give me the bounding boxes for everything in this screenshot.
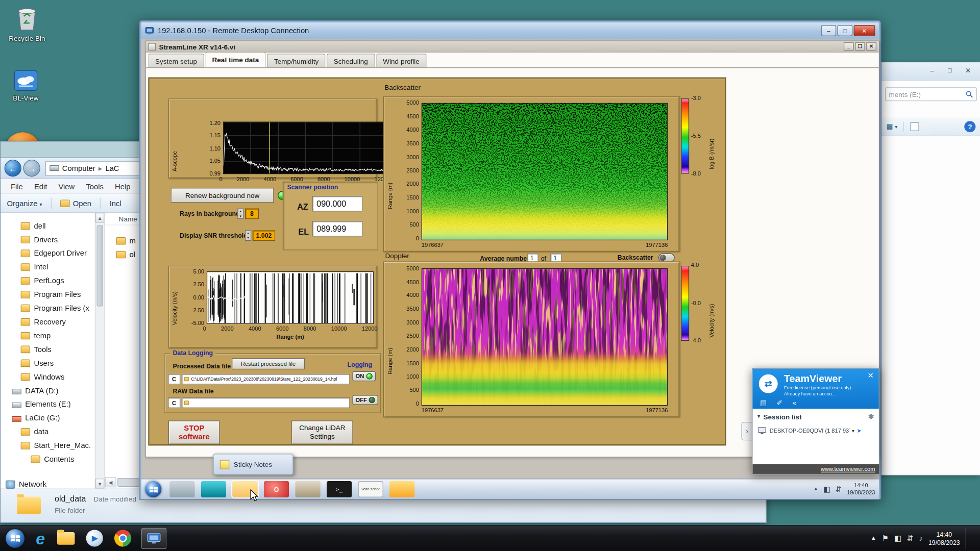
rays-value-field[interactable]: 8 [245,209,259,219]
tab[interactable]: Real time data [205,52,266,68]
close-icon[interactable]: ✕ [866,42,876,51]
snr-value-field[interactable]: 1.002 [253,230,275,241]
tree-item[interactable]: dell [1,219,95,233]
start-button[interactable] [6,528,24,549]
taskbar-clock[interactable]: 14:40 19/08/2023 [928,530,960,546]
taskbar-media-player-icon[interactable]: ▶ [86,528,103,549]
tree-item[interactable]: Start_Here_Mac. [1,439,95,453]
scrollbar-thumb[interactable] [97,226,103,307]
remote-app-icon[interactable] [201,481,226,497]
remote-app-icon[interactable]: Scan sched [358,481,383,497]
breadcrumb-root[interactable]: Computer [62,164,95,172]
tree-item[interactable]: data [1,425,95,439]
renew-background-button[interactable]: Renew background now [171,188,274,203]
remote-app-icon[interactable]: >_ [327,481,352,497]
tree-item[interactable]: Users [1,356,95,370]
tree-item[interactable]: Intel [1,260,95,274]
taskbar-rdp-button[interactable] [141,528,166,549]
tray-volume-icon[interactable]: ♪ [919,535,923,542]
processed-logging-toggle[interactable]: ON [352,371,375,382]
remote-app-icon[interactable] [389,481,414,497]
teamviewer-website-link[interactable]: www.teamviewer.com [821,466,875,472]
menu-item[interactable]: Help [110,180,135,192]
menu-item[interactable]: Tools [81,180,109,192]
tree-item[interactable]: temp [1,329,95,343]
minimize-icon[interactable]: – [925,67,940,77]
close-icon[interactable]: ✕ [960,67,976,77]
tree-item[interactable]: Elements (E:) [1,397,95,411]
rdp-titlebar[interactable]: 192.168.0.150 - Remote Desktop Connectio… [141,22,879,39]
tree-item[interactable]: Recovery [1,315,95,329]
remote-start-button[interactable] [145,481,161,497]
scroll-left-icon[interactable]: ◀ [105,478,116,488]
back-button[interactable]: ← [5,160,21,177]
processed-path-field[interactable]: C:\LiDAR\Data\Proc\2023_202308\20230819\… [182,374,350,385]
chat-icon[interactable]: ▤ [760,399,767,407]
tray-flag-icon[interactable]: ⚑ [882,535,889,542]
include-button[interactable]: Incl [110,199,121,208]
sticky-notes-window[interactable]: Sticky Notes [213,454,293,475]
gear-icon[interactable]: ✱ [868,412,874,420]
tree-scrollbar[interactable]: ▲ ▼ [95,213,105,489]
scroll-up-icon[interactable]: ▲ [95,213,104,223]
tree-item[interactable]: DATA (D:) [1,384,95,397]
change-lidar-settings-button[interactable]: Change LiDAR Settings [291,420,353,444]
desktop-icon-bl-view[interactable]: BL-View [3,70,49,102]
tab[interactable]: Temp/humidity [267,54,325,67]
processed-drive-select[interactable]: C [168,374,181,385]
stop-software-button[interactable]: STOP software [168,420,220,444]
raw-logging-toggle[interactable]: OFF [352,395,378,405]
remote-app-icon[interactable]: O [264,481,289,497]
tree-item[interactable]: Program Files (x [1,302,95,315]
tab[interactable]: Scheduling [327,54,375,67]
menu-item[interactable]: File [6,180,28,192]
taskbar-chrome-icon[interactable] [115,528,132,549]
organize-menu[interactable]: Organize ▾ [7,199,42,208]
forward-button[interactable]: → [23,160,40,177]
views-button[interactable]: ▦ ▾ [887,122,898,131]
help-icon[interactable]: ? [964,121,975,132]
minimize-icon[interactable]: _ [844,42,854,51]
breadcrumb-drive[interactable]: LaC [105,164,119,172]
tree-item[interactable]: Edgeport Driver [1,246,95,260]
tree-item[interactable]: Windows [1,370,95,384]
collapse-icon[interactable]: « [793,399,797,407]
tray-display-icon[interactable]: ◧ [894,535,901,542]
connect-cursor-icon[interactable]: ➤ [857,428,862,434]
backscatter-toggle[interactable] [658,254,675,262]
restart-processed-button[interactable]: Restart processed file [232,358,305,369]
remote-app-icon[interactable] [169,481,194,497]
restore-icon[interactable]: ❐ [855,42,865,51]
raw-drive-select[interactable]: C [168,397,181,408]
open-button[interactable]: Open [60,199,91,208]
show-desktop-button[interactable] [966,528,971,549]
session-list-row[interactable]: ▾ Session list ✱ [757,412,874,420]
close-icon[interactable]: ✕ [868,371,874,380]
tree-item[interactable]: Network [1,478,95,489]
az-field[interactable]: 090.000 [312,196,362,212]
tools-icon[interactable]: ✐ [777,399,782,407]
tree-item[interactable]: Program Files [1,288,95,302]
remote-app-icon[interactable] [295,481,320,497]
preview-pane-icon[interactable] [911,122,919,131]
chevron-down-icon[interactable]: ▾ [852,428,854,433]
tray-expand-icon[interactable]: ▲ [813,487,818,492]
scroll-down-icon[interactable]: ▼ [95,479,104,489]
tree-item[interactable]: LaCie (G:) [1,411,95,425]
tab[interactable]: System setup [148,54,204,67]
maximize-icon[interactable]: □ [838,25,853,36]
tree-item[interactable]: Tools [1,342,95,356]
snr-spinner[interactable]: ▲▼ [245,230,251,241]
tree-item[interactable]: Drivers [1,233,95,246]
maximize-icon[interactable]: □ [942,67,958,77]
minimize-icon[interactable]: – [821,25,837,36]
raw-path-field[interactable] [182,397,350,408]
tree-item[interactable]: Contents [1,453,95,466]
remote-clock[interactable]: 14:4019/08/2023 [847,482,875,496]
rays-spinner[interactable]: ▲▼ [237,209,243,219]
taskbar-ie-icon[interactable]: e [36,528,45,549]
side-window-titlebar[interactable]: – □ ✕ [881,62,980,81]
tray-network-icon[interactable]: ⇵ [907,535,913,542]
vi-titlebar[interactable]: StreamLine XR v14-6.vi _ ❐ ✕ [146,41,879,53]
session-row[interactable]: DESKTOP-OE0QDVI (1 817 937 ▾ ➤ [757,427,874,435]
